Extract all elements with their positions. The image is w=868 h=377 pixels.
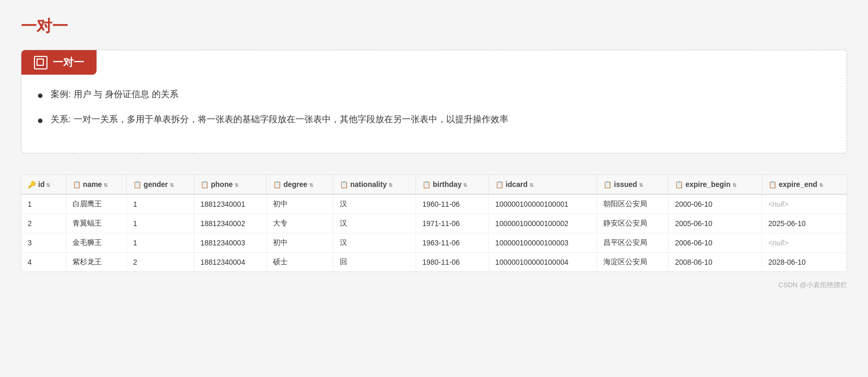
cell-gender: 1 bbox=[127, 194, 194, 214]
cell-id: 4 bbox=[21, 253, 66, 272]
col-header-name: 📋name⇅ bbox=[66, 175, 126, 194]
info-card: 一对一 ● 案例: 用户 与 身份证信息 的关系 ● 关系: 一对一关系，多用于… bbox=[21, 50, 847, 154]
table-row: 1白眉鹰王118812340001初中汉1960-11-061000001000… bbox=[21, 194, 847, 214]
cell-gender: 1 bbox=[127, 214, 194, 233]
cell-birthday: 1971-11-06 bbox=[416, 214, 489, 233]
cell-gender: 1 bbox=[127, 233, 194, 253]
cell-name: 金毛狮王 bbox=[66, 233, 126, 253]
cell-degree: 大专 bbox=[266, 214, 333, 233]
cell-degree: 初中 bbox=[266, 233, 333, 253]
cell-idcard: 100000100000100004 bbox=[489, 253, 597, 272]
col-header-expire-end: 📋expire_end⇅ bbox=[762, 175, 847, 194]
cell-phone: 18812340002 bbox=[194, 214, 267, 233]
cell-issued: 朝阳区公安局 bbox=[597, 194, 669, 214]
cell-name: 紫杉龙王 bbox=[66, 253, 126, 272]
cell-idcard: 100000100000100003 bbox=[489, 233, 597, 253]
cell-nationality: 汉 bbox=[333, 214, 415, 233]
col-header-gender: 📋gender⇅ bbox=[127, 175, 194, 194]
col-header-nationality: 📋nationality⇅ bbox=[333, 175, 415, 194]
col-header-idcard: 📋idcard⇅ bbox=[489, 175, 597, 194]
cell-idcard: 100000100000100001 bbox=[489, 194, 597, 214]
cell-expire_end: 2028-06-10 bbox=[762, 253, 847, 272]
col-header-birthday: 📋birthday⇅ bbox=[416, 175, 489, 194]
bullet-item-1: ● 案例: 用户 与 身份证信息 的关系 bbox=[37, 87, 831, 103]
cell-phone: 18812340004 bbox=[194, 253, 267, 272]
col-header-expire-begin: 📋expire_begin⇅ bbox=[669, 175, 762, 194]
bullet-text-2: 关系: 一对一关系，多用于单表拆分，将一张表的基础字段放在一张表中，其他字段放在… bbox=[51, 112, 508, 127]
cell-expire_end: <null> bbox=[762, 233, 847, 253]
table-row: 2青翼蝠王118812340002大专汉1971-11-061000001000… bbox=[21, 214, 847, 233]
bullet-dot-1: ● bbox=[37, 87, 43, 103]
table-section: 🔑id⇅ 📋name⇅ 📋gender⇅ 📋phone⇅ 📋degree⇅ 📋n… bbox=[21, 174, 847, 272]
cell-id: 2 bbox=[21, 214, 66, 233]
cell-nationality: 汉 bbox=[333, 233, 415, 253]
cell-name: 青翼蝠王 bbox=[66, 214, 126, 233]
cell-idcard: 100000100000100002 bbox=[489, 214, 597, 233]
cell-expire_begin: 2008-06-10 bbox=[669, 253, 762, 272]
col-header-id: 🔑id⇅ bbox=[21, 175, 66, 194]
page-title: 一对一 bbox=[21, 16, 847, 37]
cell-birthday: 1960-11-06 bbox=[416, 194, 489, 214]
col-header-phone: 📋phone⇅ bbox=[194, 175, 267, 194]
card-header-icon bbox=[34, 56, 47, 69]
col-header-issued: 📋issued⇅ bbox=[597, 175, 669, 194]
bullet-dot-2: ● bbox=[37, 112, 43, 128]
cell-birthday: 1980-11-06 bbox=[416, 253, 489, 272]
table-row: 3金毛狮王118812340003初中汉1963-11-061000001000… bbox=[21, 233, 847, 253]
cell-expire_end: <null> bbox=[762, 194, 847, 214]
cell-expire_begin: 2005-06-10 bbox=[669, 214, 762, 233]
cell-phone: 18812340003 bbox=[194, 233, 267, 253]
col-header-degree: 📋degree⇅ bbox=[266, 175, 333, 194]
cell-nationality: 汉 bbox=[333, 194, 415, 214]
cell-name: 白眉鹰王 bbox=[66, 194, 126, 214]
cell-gender: 2 bbox=[127, 253, 194, 272]
table-row: 4紫杉龙王218812340004硕士回1980-11-061000001000… bbox=[21, 253, 847, 272]
cell-expire_begin: 2000-06-10 bbox=[669, 194, 762, 214]
cell-birthday: 1963-11-06 bbox=[416, 233, 489, 253]
cell-degree: 硕士 bbox=[266, 253, 333, 272]
data-table: 🔑id⇅ 📋name⇅ 📋gender⇅ 📋phone⇅ 📋degree⇅ 📋n… bbox=[21, 175, 847, 272]
cell-issued: 海淀区公安局 bbox=[597, 253, 669, 272]
cell-issued: 昌平区公安局 bbox=[597, 233, 669, 253]
cell-id: 3 bbox=[21, 233, 66, 253]
cell-id: 1 bbox=[21, 194, 66, 214]
cell-nationality: 回 bbox=[333, 253, 415, 272]
cell-degree: 初中 bbox=[266, 194, 333, 214]
table-header-row: 🔑id⇅ 📋name⇅ 📋gender⇅ 📋phone⇅ 📋degree⇅ 📋n… bbox=[21, 175, 847, 194]
cell-issued: 静安区公安局 bbox=[597, 214, 669, 233]
cell-expire_begin: 2006-06-10 bbox=[669, 233, 762, 253]
card-header-title: 一对一 bbox=[53, 55, 84, 69]
card-header: 一对一 bbox=[21, 50, 97, 75]
footer-credit: CSDN @小袁拒绝摆烂 bbox=[21, 280, 847, 290]
bullet-item-2: ● 关系: 一对一关系，多用于单表拆分，将一张表的基础字段放在一张表中，其他字段… bbox=[37, 112, 831, 128]
cell-phone: 18812340001 bbox=[194, 194, 267, 214]
cell-expire_end: 2025-06-10 bbox=[762, 214, 847, 233]
bullet-text-1: 案例: 用户 与 身份证信息 的关系 bbox=[51, 87, 179, 102]
